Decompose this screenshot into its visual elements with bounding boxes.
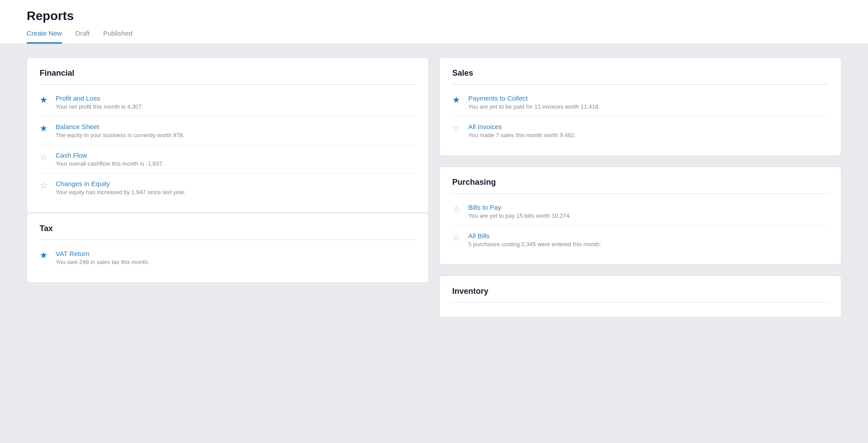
- purchasing-title: Purchasing: [452, 178, 828, 194]
- page-title: Reports: [27, 9, 841, 29]
- report-item-profit-and-loss[interactable]: ★ Profit and Loss Your net profit this m…: [40, 88, 416, 117]
- report-desc-all-bills: 5 purchases costing 2,345 were entered t…: [468, 241, 601, 248]
- report-name-payments-to-collect[interactable]: Payments to Collect: [468, 94, 600, 102]
- report-name-bills-to-pay[interactable]: Bills to Pay: [468, 203, 571, 211]
- inventory-title: Inventory: [452, 287, 828, 303]
- report-item-cash-flow[interactable]: ☆ Cash Flow Your overall cashflow this m…: [40, 145, 416, 174]
- report-name-vat-return[interactable]: VAT Return: [56, 250, 150, 257]
- left-column: Financial ★ Profit and Loss Your net pro…: [27, 57, 429, 317]
- inventory-card: Inventory: [439, 276, 841, 317]
- report-name-balance-sheet[interactable]: Balance Sheet: [56, 123, 184, 130]
- financial-card: Financial ★ Profit and Loss Your net pro…: [27, 57, 429, 213]
- report-item-changes-in-equity[interactable]: ☆ Changes in Equity Your equity has incr…: [40, 174, 416, 202]
- star-empty-icon[interactable]: ☆: [40, 152, 49, 162]
- report-desc-all-invoices: You made 7 sales this month worth 9,482.: [468, 132, 576, 138]
- sales-card: Sales ★ Payments to Collect You are yet …: [439, 57, 841, 156]
- star-empty-icon[interactable]: ☆: [40, 181, 49, 191]
- tab-bar: Create New Draft Published: [27, 29, 841, 44]
- star-filled-icon[interactable]: ★: [40, 124, 49, 134]
- sales-title: Sales: [452, 69, 828, 85]
- report-desc-vat-return: You owe 248 in sales tax this month.: [56, 259, 150, 265]
- report-item-payments-to-collect[interactable]: ★ Payments to Collect You are yet to be …: [452, 88, 828, 117]
- report-desc-payments-to-collect: You are yet to be paid for 11 invoices w…: [468, 103, 600, 110]
- star-filled-icon[interactable]: ★: [40, 95, 49, 105]
- report-name-changes-in-equity[interactable]: Changes in Equity: [56, 180, 186, 187]
- report-item-all-invoices[interactable]: ☆ All Invoices You made 7 sales this mon…: [452, 117, 828, 145]
- report-name-all-bills[interactable]: All Bills: [468, 232, 601, 240]
- report-desc-bills-to-pay: You are yet to pay 15 bills worth 10,274…: [468, 212, 571, 219]
- right-column: Sales ★ Payments to Collect You are yet …: [439, 57, 841, 317]
- report-desc-balance-sheet: The equity in your business is currently…: [56, 132, 184, 138]
- tab-create-new[interactable]: Create New: [27, 29, 62, 44]
- main-content: Financial ★ Profit and Loss Your net pro…: [0, 44, 868, 331]
- star-filled-icon[interactable]: ★: [40, 251, 49, 260]
- star-filled-icon[interactable]: ★: [452, 95, 462, 105]
- report-name-cash-flow[interactable]: Cash Flow: [56, 151, 164, 159]
- purchasing-card: Purchasing ☆ Bills to Pay You are yet to…: [439, 167, 841, 265]
- tax-card: Tax ★ VAT Return You owe 248 in sales ta…: [27, 213, 429, 283]
- report-item-balance-sheet[interactable]: ★ Balance Sheet The equity in your busin…: [40, 117, 416, 145]
- report-name-profit-and-loss[interactable]: Profit and Loss: [56, 94, 143, 102]
- star-empty-icon[interactable]: ☆: [452, 233, 462, 243]
- tax-title: Tax: [40, 224, 416, 240]
- report-desc-changes-in-equity: Your equity has increased by 1,947 since…: [56, 189, 186, 195]
- report-item-all-bills[interactable]: ☆ All Bills 5 purchases costing 2,345 we…: [452, 226, 828, 254]
- report-desc-cash-flow: Your overall cashflow this month is -1,6…: [56, 160, 164, 167]
- report-desc-profit-and-loss: Your net profit this month is 4,307.: [56, 103, 143, 110]
- tab-published[interactable]: Published: [103, 29, 133, 44]
- tab-draft[interactable]: Draft: [75, 29, 90, 44]
- header: Reports Create New Draft Published: [0, 0, 868, 44]
- star-empty-icon[interactable]: ☆: [452, 204, 462, 214]
- star-empty-icon[interactable]: ☆: [452, 124, 462, 134]
- report-name-all-invoices[interactable]: All Invoices: [468, 123, 576, 130]
- report-item-bills-to-pay[interactable]: ☆ Bills to Pay You are yet to pay 15 bil…: [452, 197, 828, 226]
- financial-title: Financial: [40, 69, 416, 85]
- report-item-vat-return[interactable]: ★ VAT Return You owe 248 in sales tax th…: [40, 244, 416, 272]
